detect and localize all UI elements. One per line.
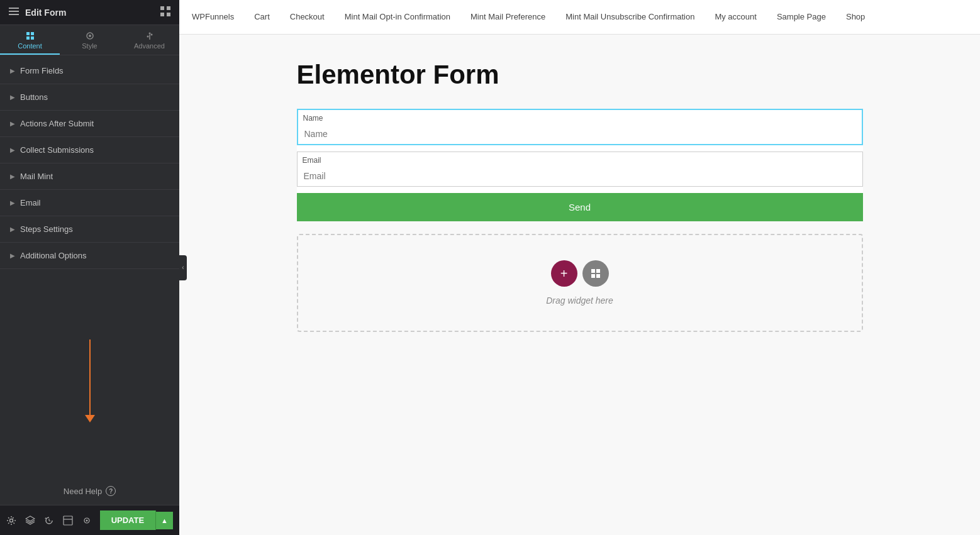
- need-help-section[interactable]: Need Help ?: [0, 477, 179, 505]
- accordion-list: ▶ Form Fields ▶ Buttons ▶ Actions After …: [0, 55, 179, 477]
- chevron-right-icon: ▶: [10, 94, 15, 101]
- tab-advanced-label: Advanced: [134, 42, 165, 50]
- name-label: Name: [298, 110, 862, 124]
- svg-rect-10: [31, 36, 34, 40]
- nav-cart[interactable]: Cart: [244, 0, 280, 35]
- sidebar-header: Edit Form: [0, 0, 179, 25]
- drag-widget-area: + Drag widget here: [297, 234, 863, 332]
- svg-rect-23: [596, 269, 600, 273]
- sidebar-tabs: Content Style Advanced: [0, 25, 179, 55]
- chevron-right-icon: ▶: [10, 67, 15, 74]
- svg-rect-18: [64, 516, 72, 525]
- svg-point-12: [89, 35, 91, 37]
- preview-icon[interactable]: [82, 516, 92, 526]
- tab-style-label: Style: [82, 42, 97, 50]
- email-field-wrapper: Email: [297, 152, 863, 187]
- svg-rect-22: [591, 269, 595, 273]
- chevron-right-icon: ▶: [10, 252, 15, 259]
- accordion-email: ▶ Email: [0, 190, 179, 216]
- layers-icon[interactable]: [25, 516, 35, 526]
- svg-rect-8: [31, 32, 34, 35]
- svg-point-21: [86, 519, 88, 521]
- accordion-actions-after-submit-header[interactable]: ▶ Actions After Submit: [0, 111, 179, 136]
- history-icon[interactable]: [44, 516, 54, 526]
- nav-shop[interactable]: Shop: [836, 0, 875, 35]
- settings-icon[interactable]: [6, 516, 16, 526]
- chevron-right-icon: ▶: [10, 173, 15, 180]
- tab-style[interactable]: Style: [60, 25, 120, 55]
- accordion-steps-settings-header[interactable]: ▶ Steps Settings: [0, 216, 179, 242]
- drag-widget-icons: +: [551, 260, 609, 287]
- accordion-steps-settings: ▶ Steps Settings: [0, 216, 179, 243]
- svg-rect-4: [167, 6, 170, 10]
- svg-rect-25: [596, 274, 600, 278]
- need-help-text: Need Help: [64, 487, 102, 496]
- accordion-email-header[interactable]: ▶ Email: [0, 190, 179, 216]
- email-label: Email: [298, 152, 862, 166]
- accordion-form-fields: ▶ Form Fields: [0, 58, 179, 84]
- sidebar-bottom: UPDATE ▲: [0, 505, 179, 535]
- chevron-right-icon: ▶: [10, 146, 15, 153]
- update-btn-group: UPDATE ▲: [100, 510, 173, 530]
- nav-checkout[interactable]: Checkout: [280, 0, 335, 35]
- accordion-additional-options-label: Additional Options: [20, 251, 87, 260]
- accordion-mail-mint-label: Mail Mint: [20, 172, 53, 181]
- accordion-form-fields-label: Form Fields: [20, 66, 64, 75]
- update-dropdown-arrow[interactable]: ▲: [156, 512, 173, 529]
- add-widget-icon[interactable]: +: [551, 260, 577, 287]
- canvas-area: Elementor Form Name Email Send +: [179, 35, 980, 535]
- nav-sample-page[interactable]: Sample Page: [767, 0, 836, 35]
- chevron-right-icon: ▶: [10, 120, 15, 127]
- nav-my-account[interactable]: My account: [704, 0, 766, 35]
- accordion-email-label: Email: [20, 198, 41, 207]
- sidebar-header-left: Edit Form: [9, 6, 66, 19]
- help-icon: ?: [106, 486, 116, 496]
- hamburger-icon[interactable]: [9, 6, 19, 19]
- nav-wpfunnels[interactable]: WPFunnels: [192, 0, 244, 35]
- svg-rect-2: [9, 14, 19, 15]
- form-title: Elementor Form: [297, 60, 863, 90]
- name-input[interactable]: [298, 124, 862, 144]
- update-button[interactable]: UPDATE: [100, 510, 156, 530]
- accordion-buttons-header[interactable]: ▶ Buttons: [0, 84, 179, 110]
- accordion-buttons: ▶ Buttons: [0, 84, 179, 111]
- accordion-additional-options-header[interactable]: ▶ Additional Options: [0, 243, 179, 268]
- svg-point-17: [10, 519, 13, 522]
- svg-rect-7: [26, 32, 30, 35]
- accordion-collect-submissions-label: Collect Submissions: [20, 145, 94, 155]
- accordion-form-fields-header[interactable]: ▶ Form Fields: [0, 58, 179, 84]
- grid-icon[interactable]: [160, 6, 170, 19]
- accordion-mail-mint-header[interactable]: ▶ Mail Mint: [0, 163, 179, 189]
- send-button[interactable]: Send: [297, 193, 863, 221]
- accordion-collect-submissions-header[interactable]: ▶ Collect Submissions: [0, 137, 179, 163]
- svg-point-13: [148, 33, 150, 35]
- tab-advanced[interactable]: Advanced: [120, 25, 179, 55]
- svg-point-16: [150, 34, 152, 36]
- accordion-steps-settings-label: Steps Settings: [20, 224, 73, 234]
- top-nav: WPFunnels Cart Checkout Mint Mail Opt-in…: [179, 0, 980, 35]
- name-field-wrapper: Name: [297, 109, 863, 145]
- svg-rect-0: [9, 8, 19, 9]
- svg-rect-3: [160, 6, 164, 10]
- nav-mint-mail-unsub[interactable]: Mint Mail Unsubscribe Confirmation: [555, 0, 704, 35]
- email-input[interactable]: [298, 166, 862, 186]
- bottom-icons: [6, 516, 92, 526]
- main-content: WPFunnels Cart Checkout Mint Mail Opt-in…: [179, 0, 980, 535]
- accordion-buttons-label: Buttons: [20, 92, 48, 102]
- drag-text: Drag widget here: [546, 295, 613, 306]
- sidebar-title: Edit Form: [25, 8, 66, 18]
- nav-mint-mail-optin[interactable]: Mint Mail Opt-in Confirmation: [335, 0, 460, 35]
- elementor-form: Name Email Send: [297, 109, 863, 221]
- layout-icon[interactable]: [63, 516, 73, 526]
- widget-icon[interactable]: [582, 260, 609, 287]
- sidebar: Edit Form Content Style Advanced ▶ Form …: [0, 0, 179, 535]
- svg-rect-9: [26, 36, 30, 40]
- svg-rect-5: [160, 13, 164, 16]
- tab-content-label: Content: [18, 42, 42, 50]
- tab-content[interactable]: Content: [0, 25, 60, 55]
- collapse-handle[interactable]: ‹: [179, 255, 187, 280]
- nav-mint-mail-pref[interactable]: Mint Mail Preference: [460, 0, 555, 35]
- accordion-additional-options: ▶ Additional Options: [0, 243, 179, 269]
- accordion-collect-submissions: ▶ Collect Submissions: [0, 137, 179, 163]
- svg-rect-24: [591, 274, 595, 278]
